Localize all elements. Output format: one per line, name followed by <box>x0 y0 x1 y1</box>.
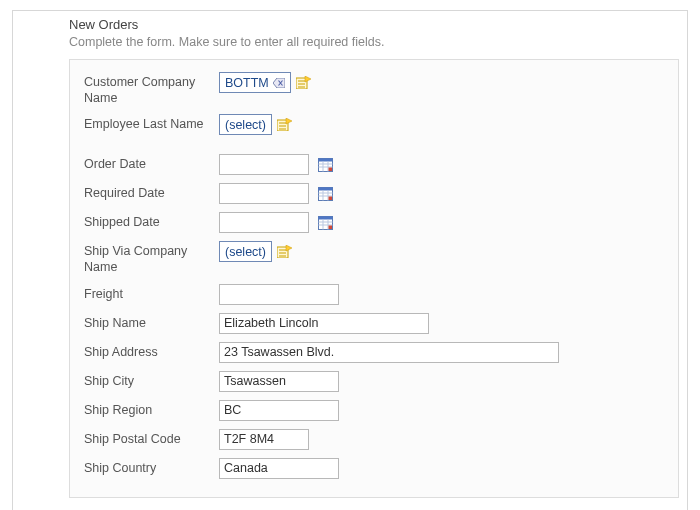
row-required-date: Required Date <box>84 183 664 204</box>
svg-rect-16 <box>329 168 333 172</box>
row-order-date: Order Date <box>84 154 664 175</box>
employee-last-name-lookup[interactable]: (select) <box>219 114 272 135</box>
row-ship-postal-code: Ship Postal Code <box>84 429 664 450</box>
label-ship-country: Ship Country <box>84 458 219 477</box>
row-ship-address: Ship Address <box>84 342 664 363</box>
svg-rect-11 <box>319 159 333 162</box>
svg-rect-23 <box>329 197 333 201</box>
row-employee-last-name: Employee Last Name (select) <box>84 114 664 146</box>
row-customer-company-name: Customer Company Name BOTTM <box>84 72 664 106</box>
value-ship-address <box>219 342 559 363</box>
row-ship-name: Ship Name <box>84 313 664 334</box>
svg-marker-35 <box>286 245 292 251</box>
ship-country-input[interactable] <box>219 458 339 479</box>
new-record-icon[interactable] <box>277 118 292 131</box>
calendar-icon[interactable] <box>318 215 333 230</box>
row-ship-city: Ship City <box>84 371 664 392</box>
customer-company-name-value: BOTTM <box>225 76 269 90</box>
value-freight <box>219 284 339 305</box>
svg-marker-9 <box>286 118 292 124</box>
svg-rect-30 <box>329 226 333 230</box>
freight-input[interactable] <box>219 284 339 305</box>
new-record-icon[interactable] <box>277 245 292 258</box>
value-required-date <box>219 183 333 204</box>
label-ship-region: Ship Region <box>84 400 219 419</box>
svg-marker-4 <box>305 76 311 82</box>
value-ship-name <box>219 313 429 334</box>
new-record-icon[interactable] <box>296 76 311 89</box>
calendar-icon[interactable] <box>318 186 333 201</box>
value-customer-company-name: BOTTM <box>219 72 311 93</box>
row-ship-country: Ship Country <box>84 458 664 479</box>
page-title: New Orders <box>69 17 681 32</box>
row-shipped-date: Shipped Date <box>84 212 664 233</box>
label-required-date: Required Date <box>84 183 219 202</box>
label-ship-name: Ship Name <box>84 313 219 332</box>
ship-postal-code-input[interactable] <box>219 429 309 450</box>
shipped-date-input[interactable] <box>219 212 309 233</box>
label-ship-via-company-name: Ship Via Company Name <box>84 241 219 275</box>
value-order-date <box>219 154 333 175</box>
required-date-input[interactable] <box>219 183 309 204</box>
row-ship-region: Ship Region <box>84 400 664 421</box>
label-customer-company-name: Customer Company Name <box>84 72 219 106</box>
order-date-input[interactable] <box>219 154 309 175</box>
row-freight: Freight <box>84 284 664 305</box>
erase-icon[interactable] <box>273 78 285 88</box>
ship-via-company-name-lookup[interactable]: (select) <box>219 241 272 262</box>
customer-company-name-lookup[interactable]: BOTTM <box>219 72 291 93</box>
label-order-date: Order Date <box>84 154 219 173</box>
label-employee-last-name: Employee Last Name <box>84 114 219 133</box>
value-ship-city <box>219 371 339 392</box>
label-freight: Freight <box>84 284 219 303</box>
svg-rect-25 <box>319 217 333 220</box>
label-ship-address: Ship Address <box>84 342 219 361</box>
page-subtitle: Complete the form. Make sure to enter al… <box>69 35 681 49</box>
label-ship-city: Ship City <box>84 371 219 390</box>
value-ship-via-company-name: (select) <box>219 241 292 262</box>
form-window: New Orders Complete the form. Make sure … <box>12 10 688 510</box>
value-ship-country <box>219 458 339 479</box>
label-shipped-date: Shipped Date <box>84 212 219 231</box>
ship-address-input[interactable] <box>219 342 559 363</box>
value-employee-last-name: (select) <box>219 114 292 135</box>
ship-via-company-name-placeholder: (select) <box>225 245 266 259</box>
value-ship-region <box>219 400 339 421</box>
row-ship-via-company-name: Ship Via Company Name (select) <box>84 241 664 275</box>
form-panel: Customer Company Name BOTTM <box>69 59 679 498</box>
ship-name-input[interactable] <box>219 313 429 334</box>
value-shipped-date <box>219 212 333 233</box>
svg-rect-18 <box>319 188 333 191</box>
ship-city-input[interactable] <box>219 371 339 392</box>
label-ship-postal-code: Ship Postal Code <box>84 429 219 448</box>
calendar-icon[interactable] <box>318 157 333 172</box>
value-ship-postal-code <box>219 429 309 450</box>
ship-region-input[interactable] <box>219 400 339 421</box>
employee-last-name-placeholder: (select) <box>225 118 266 132</box>
